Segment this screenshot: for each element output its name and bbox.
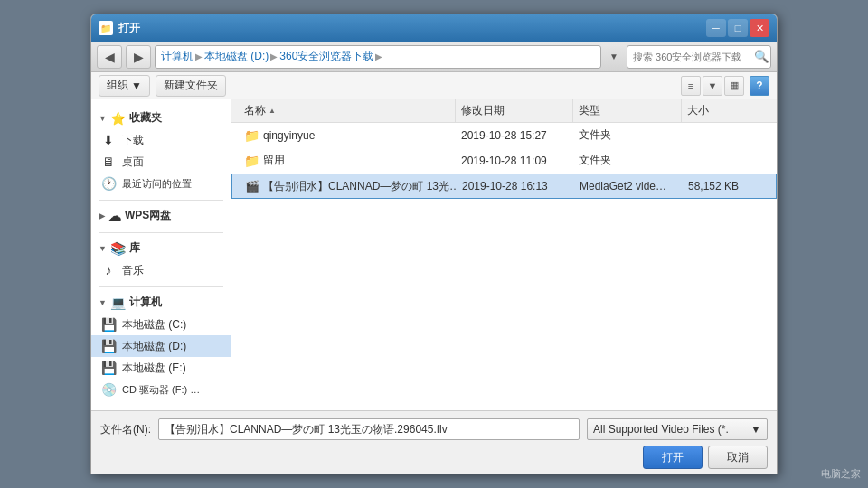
title-bar: 📁 打开 ─ □ ✕ [91,14,777,42]
forward-button[interactable]: ▶ [126,45,151,69]
view-btn-dropdown[interactable]: ▼ [703,76,722,96]
cd-f-label: CD 驱动器 (F:) … [122,383,200,397]
file-type: 文件夹 [579,153,611,168]
filetype-dropdown[interactable]: All Supported Video Files (*. ▼ [587,418,768,440]
sidebar-item-music[interactable]: ♪ 音乐 [91,259,231,281]
back-button[interactable]: ◀ [97,45,122,69]
file-type-cell: 文件夹 [573,153,682,168]
help-button[interactable]: ? [750,76,769,96]
search-button[interactable]: 🔍 [754,48,769,66]
sidebar-section-wps: ▶ ☁ WPS网盘 [91,204,231,227]
close-button[interactable]: ✕ [750,19,769,37]
file-date: 2019-10-28 16:13 [462,180,548,192]
cd-f-icon: 💿 [100,381,117,398]
view-list-button[interactable]: ≡ [681,76,701,96]
organize-arrow: ▼ [131,80,142,92]
file-type-cell: 文件夹 [573,127,682,143]
view-grid-button[interactable]: ▦ [724,76,744,96]
disk-c-icon: 💾 [100,316,117,333]
crumb-part-2[interactable]: 本地磁盘 (D:) [204,49,269,64]
minimize-button[interactable]: ─ [706,19,726,37]
crumb-part-1[interactable]: 计算机 [161,49,193,64]
wps-icon: ☁ [108,209,121,223]
recent-label: 最近访问的位置 [122,177,192,191]
file-date: 2019-10-28 15:27 [461,129,547,142]
computer-label: 计算机 [129,295,162,310]
disk-e-icon: 💾 [100,360,117,376]
file-date-cell: 2019-10-28 11:09 [456,155,573,167]
sidebar-header-computer[interactable]: ▼ 💻 计算机 [91,291,231,314]
action-row: 打开 取消 [100,446,768,469]
file-type-cell: MediaGet2 vide… [574,180,683,192]
col-name-sort: ▲ [269,107,276,115]
favorites-icon: ⭐ [110,111,126,126]
disk-e-label: 本地磁盘 (E:) [122,361,186,376]
new-folder-button[interactable]: 新建文件夹 [156,75,226,97]
organize-button[interactable]: 组织 ▼ [99,75,150,97]
sidebar-item-disk-e[interactable]: 💾 本地磁盘 (E:) [91,357,231,379]
col-name-label: 名称 [244,103,266,118]
media-icon: 🎬 [245,180,259,193]
folder-icon: 📁 [244,128,259,143]
sidebar-header-library[interactable]: ▼ 📚 库 [91,237,231,259]
sidebar-section-library: ▼ 📚 库 ♪ 音乐 [91,237,231,281]
table-row[interactable]: 📁 留用 2019-10-28 11:09 文件夹 [231,148,777,174]
desktop-icon: 🖥 [100,154,117,170]
search-input[interactable] [633,52,750,62]
window-icon: 📁 [99,21,113,35]
sidebar-item-disk-c[interactable]: 💾 本地磁盘 (C:) [91,314,231,335]
col-header-size[interactable]: 大小 [682,99,754,122]
sidebar-header-favorites[interactable]: ▼ ⭐ 收藏夹 [91,107,231,129]
downloads-icon: ⬇ [100,132,117,148]
maximize-button[interactable]: □ [728,19,748,37]
recent-icon: 🕐 [100,175,117,192]
address-dropdown-button[interactable]: ▼ [605,46,623,68]
sidebar-header-wps[interactable]: ▶ ☁ WPS网盘 [91,204,231,227]
file-list-area: 名称 ▲ 修改日期 类型 大小 📁 qi [231,99,777,410]
sidebar-sep-3 [99,286,223,287]
cancel-button[interactable]: 取消 [708,446,768,469]
downloads-label: 下载 [122,133,144,148]
sidebar-section-favorites: ▼ ⭐ 收藏夹 ⬇ 下载 🖥 桌面 🕐 最近访问的位置 [91,107,231,194]
toolbar-row: ◀ ▶ 计算机 ▶ 本地磁盘 (D:) ▶ 360安全浏览器下载 ▶ ▼ 🔍 [91,42,777,72]
sidebar-item-recent[interactable]: 🕐 最近访问的位置 [91,173,231,194]
file-date-cell: 2019-10-28 15:27 [456,129,573,142]
desktop-label: 桌面 [122,155,144,170]
open-button[interactable]: 打开 [643,446,703,469]
table-row[interactable]: 📁 qingyinyue 2019-10-28 15:27 文件夹 [231,123,777,148]
col-header-name[interactable]: 名称 ▲ [239,99,456,122]
disk-c-label: 本地磁盘 (C:) [122,317,186,333]
disk-d-icon: 💾 [100,338,117,354]
view-buttons: ≡ ▼ ▦ [681,76,744,96]
sidebar-item-cd-f[interactable]: 💿 CD 驱动器 (F:) … [91,379,231,400]
file-type: MediaGet2 vide… [580,180,666,192]
sidebar-item-disk-d[interactable]: 💾 本地磁盘 (D:) [91,335,231,357]
address-bar[interactable]: 计算机 ▶ 本地磁盘 (D:) ▶ 360安全浏览器下载 ▶ [155,45,601,69]
sidebar-item-downloads[interactable]: ⬇ 下载 [91,129,231,151]
file-date-cell: 2019-10-28 16:13 [457,180,574,192]
main-area: ▼ ⭐ 收藏夹 ⬇ 下载 🖥 桌面 🕐 最近访问的位置 [91,99,777,410]
file-name: qingyinyue [263,129,315,142]
wps-label: WPS网盘 [125,208,171,223]
filetype-arrow: ▼ [750,423,761,436]
search-box: 🔍 [627,45,771,69]
library-expand-icon: ▼ [99,244,107,253]
crumb-sep-1: ▶ [195,52,203,61]
wps-expand-icon: ▶ [99,211,105,221]
col-header-date[interactable]: 修改日期 [456,99,573,122]
filename-input[interactable] [158,418,580,440]
crumb-sep-3: ▶ [375,52,382,61]
sidebar-section-computer: ▼ 💻 计算机 💾 本地磁盘 (C:) 💾 本地磁盘 (D:) 💾 本地磁盘 (… [91,291,231,400]
sidebar-sep-1 [99,200,223,201]
table-row[interactable]: 🎬 【告别泪水】CLANNAD—梦の町 13光… 2019-10-28 16:1… [231,174,777,199]
title-bar-left: 📁 打开 [99,21,140,36]
file-name-cell: 🎬 【告别泪水】CLANNAD—梦の町 13光… [240,179,457,194]
sidebar-item-desktop[interactable]: 🖥 桌面 [91,151,231,173]
col-header-type[interactable]: 类型 [573,99,682,122]
crumb-part-3[interactable]: 360安全浏览器下载 [279,49,373,64]
music-label: 音乐 [122,263,144,278]
col-size-label: 大小 [687,103,709,118]
file-rows: 📁 qingyinyue 2019-10-28 15:27 文件夹 [231,123,777,410]
music-icon: ♪ [100,262,117,278]
library-icon: 📚 [110,241,126,256]
